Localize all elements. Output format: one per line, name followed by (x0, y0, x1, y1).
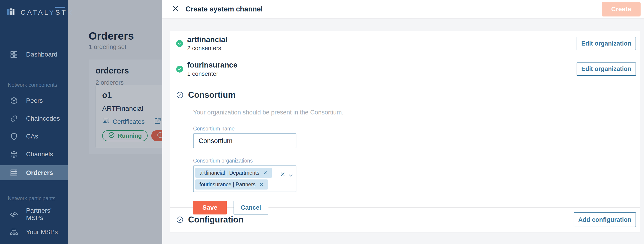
consortium-section: Consortium Your organization should be p… (170, 82, 640, 208)
logo-wordmark: CATALYST (20, 9, 67, 16)
sidebar-section-network-participants: Network participants (8, 195, 55, 202)
sidebar: CATALYST Dashboard Network components Pe… (0, 0, 68, 244)
sidebar-section-network-components: Network components (8, 82, 57, 88)
configuration-section: Configuration Add configuration (170, 208, 640, 232)
org-subtitle: 2 consenters (187, 45, 228, 52)
consortium-name-label: Consortium name (193, 126, 634, 132)
shield-icon (10, 132, 18, 141)
status-badge-running: Running (102, 130, 148, 141)
consortium-heading: Consortium (188, 90, 236, 100)
logo: CATALYST (6, 6, 63, 19)
ordering-set-title: orderers (96, 66, 129, 76)
chevron-down-icon[interactable] (288, 172, 294, 178)
sidebar-item-peers[interactable]: Peers (0, 92, 68, 109)
org-name: artfinancial (187, 35, 228, 44)
modal-header: Create system channel Create (162, 0, 644, 19)
org-chip: artfinancial | Departments (196, 168, 272, 178)
orderer-org: ARTFinancial (102, 105, 143, 112)
sidebar-item-label: Partners’ MSPs (26, 207, 68, 221)
org-chart-icon (10, 228, 18, 236)
sidebar-item-partners-msps[interactable]: Partners’ MSPs (0, 205, 68, 223)
modal-title: Create system channel (186, 5, 263, 13)
consortium-description: Your organization should be present in t… (193, 109, 634, 116)
create-system-channel-modal: Create system channel Create artfinancia… (162, 0, 644, 244)
certificates-link[interactable]: Certificates (102, 117, 145, 126)
sidebar-item-label: Channels (26, 151, 53, 158)
handshake-icon (10, 210, 18, 219)
page-title: Orderers (89, 30, 134, 42)
sidebar-item-your-msps[interactable]: Your MSPs (0, 223, 68, 241)
add-configuration-button[interactable]: Add configuration (574, 212, 636, 227)
org-name: fourinsurance (187, 61, 238, 69)
certificates-link-label: Certificates (113, 118, 145, 126)
orderer-name: o1 (102, 90, 112, 100)
chip-remove-icon[interactable] (259, 182, 264, 187)
org-row-fourinsurance: fourinsurance 1 consenter Edit organizat… (170, 56, 640, 82)
create-button[interactable]: Create (602, 2, 640, 17)
success-check-icon (176, 40, 183, 47)
edit-organization-button[interactable]: Edit organization (576, 62, 636, 76)
sidebar-item-orderers[interactable]: Orderers (0, 165, 68, 180)
success-check-icon (176, 66, 183, 73)
sidebar-item-label: Your MSPs (26, 228, 58, 236)
arrow-out-box-icon (154, 117, 162, 126)
server-stack-icon (10, 168, 18, 177)
sidebar-item-dashboard[interactable]: Dashboard (0, 46, 68, 63)
select-clear-icon[interactable] (280, 171, 286, 177)
consortium-organizations-select[interactable]: artfinancial | Departments fourinsurance… (193, 166, 296, 192)
sidebar-item-label: Orderers (26, 169, 53, 176)
app-screen: CATALYST Dashboard Network components Pe… (0, 0, 644, 244)
sidebar-item-label: Peers (26, 97, 43, 104)
configuration-heading: Configuration (188, 215, 244, 224)
sidebar-item-label: CAs (26, 133, 38, 140)
close-icon (172, 5, 180, 14)
hub-icon (10, 150, 18, 159)
consortium-organizations-label: Consortium organizations (193, 158, 634, 164)
chip-remove-icon[interactable] (263, 171, 268, 175)
logo-cube-icon (6, 7, 17, 18)
consortium-name-input[interactable] (193, 134, 296, 148)
ordering-set-subtitle: 2 orderers (96, 79, 124, 86)
sidebar-item-label: Chaincodes (26, 115, 60, 122)
chip-label: fourinsurance | Partners (200, 182, 256, 188)
page-subtitle: 1 ordering set (89, 44, 134, 51)
close-button[interactable] (170, 4, 180, 14)
chip-label: artfinancial | Departments (200, 170, 260, 176)
chain-link-icon (10, 114, 18, 123)
sidebar-item-cas[interactable]: CAs (0, 128, 68, 145)
sidebar-item-chaincodes[interactable]: Chaincodes (0, 110, 68, 127)
circle-check-icon (176, 216, 184, 223)
status-badge-label: Running (118, 132, 142, 139)
org-row-artfinancial: artfinancial 2 consenters Edit organizat… (170, 31, 640, 56)
edit-organization-button[interactable]: Edit organization (576, 37, 636, 50)
sidebar-item-label: Dashboard (26, 51, 57, 58)
certificate-icon (102, 117, 110, 126)
sidebar-item-channels[interactable]: Channels (0, 146, 68, 163)
sidebar-collapse-icon[interactable] (67, 9, 74, 16)
org-chip: fourinsurance | Partners (196, 179, 268, 190)
circle-check-icon (176, 91, 184, 99)
check-circle-icon (108, 132, 115, 140)
cube-icon (10, 96, 18, 105)
modal-content-card: artfinancial 2 consenters Edit organizat… (170, 31, 640, 232)
org-subtitle: 1 consenter (187, 70, 238, 77)
dashboard-grid-icon (10, 50, 18, 59)
